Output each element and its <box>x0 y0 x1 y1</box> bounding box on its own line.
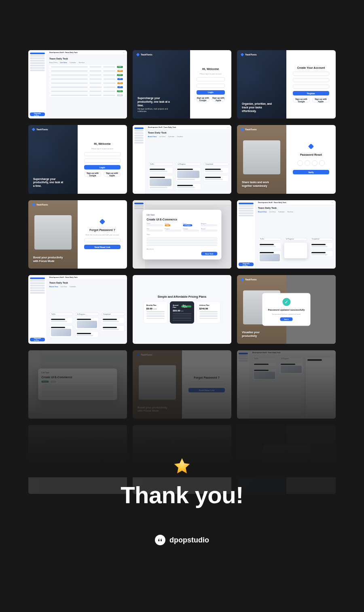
password-field[interactable] <box>84 159 121 163</box>
shot-task-list: Upgrade to Pro Development Stuff › Team … <box>28 50 127 119</box>
shot-password-ok: TaskTonic Visualise your productivity ✓ … <box>237 275 336 343</box>
shot-kanban-menu: Upgrade to Pro Development Stuff › Team … <box>237 200 336 269</box>
signup-title: Create Your Account <box>297 66 325 69</box>
shot-login-narrow: TaskTonic Supercharge your productivity,… <box>133 50 231 119</box>
credit-text: dpopstudio <box>169 536 209 544</box>
check-icon: ✓ <box>282 298 290 306</box>
shot-login-wide: TaskTonic Supercharge your productivity,… <box>28 125 127 193</box>
reset-title: Password Reset <box>300 153 322 156</box>
google-button[interactable]: Sign up with Google <box>197 97 210 102</box>
shot-kanban: Development Stuff › Team Daily Task⋯ Tea… <box>133 125 231 193</box>
google-button[interactable]: Sign up with Google <box>84 172 101 176</box>
shot-signup: TaskTonic Organize, prioritize, and trac… <box>237 50 336 119</box>
plan-lifetime[interactable]: Lifetime Plan $249.99 <box>197 301 220 324</box>
shot-kanban-sidepanel: Development Stuff › Team Daily Task To D… <box>237 350 336 419</box>
email-field[interactable] <box>197 77 225 81</box>
task-title: Create UI E-Commerce <box>146 218 217 220</box>
name-field[interactable] <box>293 72 329 76</box>
plan-monthly[interactable]: Monthly Plan $9.99 /month <box>144 301 167 324</box>
screenshot-grid: Upgrade to Pro Development Stuff › Team … <box>28 50 336 494</box>
password-field[interactable] <box>293 85 329 89</box>
apple-button[interactable]: Sign up with Apple <box>212 97 225 102</box>
quote-icon <box>155 535 165 545</box>
credit: dpopstudio <box>0 535 364 545</box>
ok-button[interactable]: Got it <box>280 318 293 321</box>
shot-forgot: TaskTonic Boost your productivity with F… <box>28 200 127 269</box>
plan-annual[interactable]: Annual PlanMost Popular $99.99 /year <box>170 301 194 324</box>
forgot-title: Forgot Password ? <box>89 229 115 231</box>
success-modal: ✓ Password updated successfully Your pas… <box>262 293 310 326</box>
email-field[interactable] <box>84 238 121 242</box>
shot-edit-task: Edit Task Create UI E-Commerce Owner Pri… <box>133 200 231 269</box>
save-button[interactable]: Save Task <box>201 252 217 255</box>
email-field[interactable] <box>293 78 329 82</box>
register-button[interactable]: Register <box>293 91 329 95</box>
diamond-icon <box>308 144 314 149</box>
star-icon <box>173 457 191 476</box>
login-button[interactable]: Login <box>197 90 225 95</box>
apple-button[interactable]: Sign up with Apple <box>312 98 329 102</box>
breadcrumb: Development Stuff › Team Daily Task <box>49 51 78 53</box>
shot-pricing: Simple and Affordable Pricing Plans Mont… <box>133 275 231 343</box>
email-field[interactable] <box>84 152 121 156</box>
portfolio-canvas: Upgrade to Pro Development Stuff › Team … <box>0 0 364 612</box>
page-title: Team Daily Task <box>49 57 125 60</box>
password-field[interactable] <box>197 84 225 88</box>
thank-you-headline: Thank you! <box>0 481 364 508</box>
upgrade-pill[interactable]: Upgrade to Pro <box>30 112 45 116</box>
apple-button[interactable]: Sign up with Apple <box>104 172 121 176</box>
login-button[interactable]: Login <box>84 165 121 169</box>
view-tabs[interactable]: Board ViewList ViewCalendarTimeline <box>49 61 125 64</box>
login-title: Hi, Welcome <box>202 68 219 70</box>
diamond-icon <box>99 219 105 224</box>
shot-forgot-2: TaskTonic Boost your productivity with F… <box>133 350 231 419</box>
edit-task-modal: Edit Task Create UI E-Commerce Owner Pri… <box>142 210 221 259</box>
pricing-title: Simple and Affordable Pricing Plans <box>158 295 206 298</box>
shot-kanban-alt: Upgrade to Pro Development Stuff › Team … <box>28 275 127 343</box>
send-button[interactable]: Send Reset Link <box>84 245 121 249</box>
shot-edit-dark: Edit Task Create UI E-Commerce ReviewDra… <box>28 350 127 419</box>
shot-password-reset: TaskTonic Share tasks and work together … <box>237 125 336 193</box>
reset-button[interactable]: Verify <box>293 170 329 174</box>
otp-input[interactable] <box>297 160 325 166</box>
google-button[interactable]: Sign up with Google <box>293 98 310 102</box>
